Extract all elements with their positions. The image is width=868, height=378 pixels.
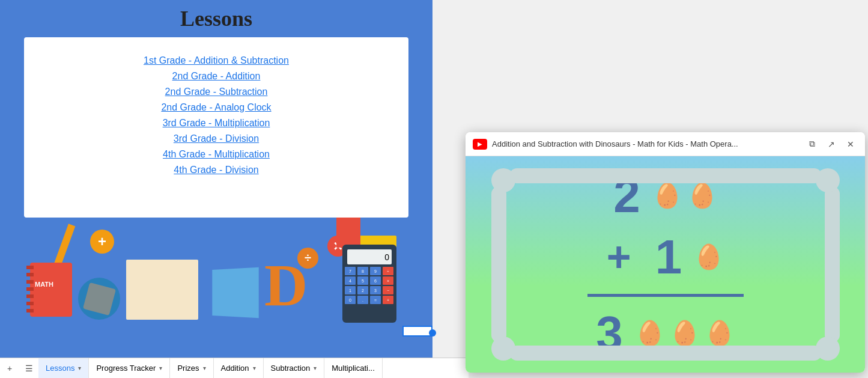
page-title: Lessons: [180, 6, 252, 31]
chevron-down-icon: ▾: [253, 365, 256, 371]
eggs-row-2: 🥚: [694, 243, 724, 271]
bone-top: [509, 168, 822, 183]
egg-5: 🥚: [670, 319, 700, 347]
divider-line: [587, 294, 744, 297]
calculator-icon: 0 7 8 9 ÷ 4 5 6 × 1 2 3 − 0 . = +: [342, 245, 396, 323]
lesson-link-5[interactable]: 3rd Grade - Multiplication: [163, 118, 270, 129]
lesson-link-2[interactable]: 2nd Grade - Addition: [172, 71, 261, 82]
video-content: 2 🥚 🥚 + 1 🥚 3 🥚: [466, 156, 865, 373]
bone-left: [491, 186, 506, 343]
book-icon: [126, 260, 198, 320]
chevron-down-icon: ▾: [314, 365, 317, 371]
bone-corner-tr: [816, 168, 840, 192]
egg-3: 🥚: [694, 243, 724, 271]
operator: +: [607, 233, 631, 281]
circle-icon: [78, 278, 120, 320]
youtube-icon: [473, 139, 487, 150]
lesson-link-1[interactable]: 1st Grade - Addition & Subtraction: [144, 55, 289, 66]
lesson-link-4[interactable]: 2nd Grade - Analog Clock: [161, 102, 271, 113]
egg-6: 🥚: [705, 319, 735, 347]
dino-math-frame: 2 🥚 🥚 + 1 🥚 3 🥚: [491, 168, 840, 361]
number-1: 1: [655, 230, 682, 285]
bone-corner-tl: [491, 168, 515, 192]
egg-4: 🥚: [635, 319, 665, 347]
egg-2: 🥚: [687, 181, 717, 210]
math-row-2: + 1 🥚: [607, 230, 724, 285]
video-popup: Addition and Subtraction with Dinosaurs …: [466, 132, 865, 373]
chevron-down-icon: ▾: [78, 365, 81, 371]
slide-area: Lessons 1st Grade - Addition & Subtracti…: [0, 0, 432, 358]
eggs-row-1: 🥚 🥚: [652, 181, 717, 210]
slide-selector[interactable]: [402, 326, 432, 337]
lesson-link-6[interactable]: 3rd Grade - Division: [174, 133, 259, 144]
slide-dot[interactable]: [429, 329, 436, 337]
lesson-link-3[interactable]: 2nd Grade - Subtraction: [165, 87, 268, 97]
menu-button[interactable]: ☰: [20, 360, 37, 377]
tab-multiplication[interactable]: Multiplicati...: [324, 358, 383, 378]
add-slide-button[interactable]: +: [1, 360, 18, 377]
bone-right: [825, 186, 840, 343]
external-link-button[interactable]: ↗: [824, 137, 839, 151]
tab-progress-tracker[interactable]: Progress Tracker ▾: [89, 358, 170, 378]
tab-prizes[interactable]: Prizes ▾: [170, 358, 213, 378]
copy-button[interactable]: ⧉: [805, 137, 819, 151]
eggs-row-3: 🥚 🥚 🥚: [635, 319, 735, 347]
bone-bottom: [509, 346, 822, 361]
titlebar-actions: ⧉ ↗ ✕: [805, 137, 858, 151]
red-block-icon: [336, 218, 360, 248]
close-button[interactable]: ✕: [843, 137, 858, 151]
chevron-down-icon: ▾: [203, 365, 206, 371]
chevron-down-icon: ▾: [159, 365, 162, 371]
bone-corner-br: [816, 337, 840, 361]
lesson-link-7[interactable]: 4th Grade - Multiplication: [163, 149, 270, 160]
divide-symbol: ÷: [297, 248, 318, 269]
tab-lessons[interactable]: Lessons ▾: [38, 358, 89, 378]
plus-symbol: +: [90, 230, 114, 254]
notebook-icon: [30, 263, 72, 317]
tab-subtraction[interactable]: Subtraction ▾: [264, 358, 325, 378]
lessons-card: 1st Grade - Addition & Subtraction 2nd G…: [24, 37, 408, 218]
lesson-link-8[interactable]: 4th Grade - Division: [174, 165, 258, 175]
decorative-banner: + − D ÷ ✕ 0 7 8 9 ÷: [24, 218, 408, 329]
egg-1: 🥚: [652, 181, 682, 210]
bottom-toolbar: + ☰ Lessons ▾ Progress Tracker ▾ Prizes …: [0, 358, 469, 378]
bone-corner-bl: [491, 337, 515, 361]
cube-icon: [212, 267, 258, 318]
tab-addition[interactable]: Addition ▾: [214, 358, 264, 378]
